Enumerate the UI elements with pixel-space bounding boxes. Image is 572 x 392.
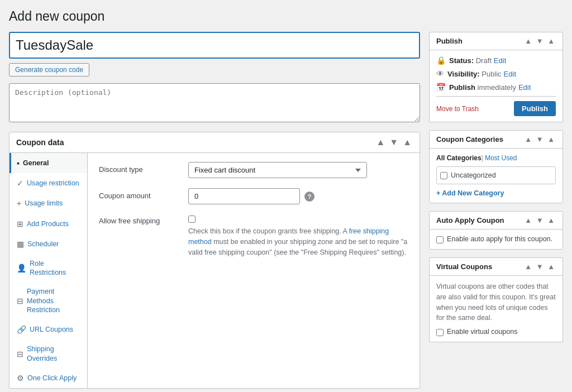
- coupon-data-header[interactable]: Coupon data ▲ ▼ ▲: [9, 132, 420, 153]
- close-icon[interactable]: ▲: [402, 138, 413, 147]
- shipping-overrides-icon: ⊟: [17, 349, 23, 359]
- move-to-trash-link[interactable]: Move to Trash: [436, 105, 479, 113]
- publish-button[interactable]: Publish: [514, 101, 556, 116]
- usage-restriction-icon: ✓: [17, 178, 23, 188]
- discount-type-field: Percentage discount Fixed cart discount …: [188, 162, 408, 178]
- coupon-title-input[interactable]: [9, 32, 420, 59]
- sidebar-item-scheduler[interactable]: ▦ Scheduler: [9, 234, 87, 254]
- sidebar-item-payment-methods-label: Payment Methods Restriction: [27, 287, 82, 314]
- virtual-coupons-body: Virtual coupons are other codes that are…: [430, 276, 563, 342]
- auto-apply-checkbox-row[interactable]: Enable auto apply for this coupon.: [436, 235, 556, 243]
- virtual-coupons-close-icon[interactable]: ▲: [546, 262, 556, 271]
- publish-collapse-up-icon[interactable]: ▲: [523, 37, 533, 45]
- auto-apply-up-icon[interactable]: ▲: [523, 216, 533, 224]
- collapse-down-icon[interactable]: ▼: [388, 138, 399, 147]
- allow-free-shipping-row: Allow free shipping Check this box if th…: [99, 214, 408, 257]
- free-shipping-description: Check this box if the coupon grants free…: [188, 226, 408, 257]
- status-label: Status: DraftEdit: [449, 56, 506, 65]
- status-icon: 🔒: [436, 56, 446, 65]
- publish-box-body: 🔒 Status: DraftEdit 👁 Visibility: Public…: [430, 50, 563, 122]
- category-uncategorized[interactable]: Uncategorized: [440, 170, 552, 180]
- coupon-data-body: ▪ General ✓ Usage restriction + Usage li…: [9, 153, 420, 388]
- usage-limits-icon: +: [17, 198, 21, 208]
- one-click-apply-icon: ⚙: [17, 373, 24, 383]
- virtual-coupons-description: Virtual coupons are other codes that are…: [436, 281, 556, 323]
- tab-most-used[interactable]: Most Used: [482, 154, 517, 162]
- visibility-edit-link[interactable]: Edit: [504, 70, 516, 78]
- virtual-coupons-box: Virtual Coupons ▲ ▼ ▲ Virtual coupons ar…: [429, 257, 563, 342]
- virtual-coupons-up-icon[interactable]: ▲: [523, 262, 533, 271]
- coupon-amount-row: Coupon amount ?: [99, 188, 408, 204]
- role-restrictions-icon: 👤: [17, 263, 26, 273]
- category-uncategorized-checkbox[interactable]: [440, 172, 447, 179]
- categories-up-icon[interactable]: ▲: [523, 135, 533, 144]
- auto-apply-body: Enable auto apply for this coupon.: [430, 230, 563, 249]
- coupon-amount-label: Coupon amount: [99, 188, 188, 200]
- collapse-up-icon[interactable]: ▲: [375, 138, 386, 147]
- publish-when-label: Publish immediatelyEdit: [449, 83, 531, 92]
- sidebar-item-general[interactable]: ▪ General: [9, 153, 87, 173]
- sidebar-item-add-products[interactable]: ⊞ Add Products: [9, 214, 87, 234]
- categories-close-icon[interactable]: ▲: [546, 135, 556, 144]
- coupon-data-title: Coupon data: [16, 138, 64, 147]
- url-coupons-icon: 🔗: [17, 324, 26, 334]
- auto-apply-close-icon[interactable]: ▲: [546, 216, 556, 224]
- sidebar-item-usage-limits[interactable]: + Usage limits: [9, 193, 87, 213]
- sidebar-item-add-products-label: Add Products: [27, 219, 69, 228]
- sidebar-item-url-coupons[interactable]: 🔗 URL Coupons: [9, 319, 87, 340]
- publish-collapse-down-icon[interactable]: ▼: [535, 37, 545, 45]
- visibility-label: Visibility: PublicEdit: [447, 70, 516, 78]
- status-edit-link[interactable]: Edit: [494, 56, 506, 65]
- free-shipping-checkbox[interactable]: [188, 216, 196, 223]
- scheduler-icon: ▦: [17, 239, 24, 249]
- sidebar-item-one-click-apply-label: One Click Apply: [27, 374, 77, 383]
- sidebar-item-one-click-apply[interactable]: ⚙ One Click Apply: [9, 368, 87, 388]
- virtual-coupons-checkbox[interactable]: [436, 329, 444, 336]
- sidebar-item-role-restrictions-label: Role Restrictions: [30, 259, 82, 278]
- allow-free-shipping-field: Check this box if the coupon grants free…: [188, 214, 408, 257]
- meta-box-controls: ▲ ▼ ▲: [375, 138, 413, 147]
- auto-apply-controls: ▲ ▼ ▲: [523, 216, 556, 224]
- sidebar-item-scheduler-label: Scheduler: [27, 240, 59, 248]
- visibility-icon: 👁: [436, 69, 444, 78]
- coupon-amount-input[interactable]: [188, 188, 300, 204]
- virtual-coupons-header[interactable]: Virtual Coupons ▲ ▼ ▲: [430, 258, 563, 276]
- sidebar-item-usage-restriction-label: Usage restriction: [27, 179, 79, 188]
- coupon-categories-header[interactable]: Coupon Categories ▲ ▼ ▲: [430, 131, 563, 149]
- auto-apply-box: Auto Apply Coupon ▲ ▼ ▲ Enable auto appl…: [429, 211, 563, 250]
- virtual-coupons-checkbox-row[interactable]: Enable virtual coupons: [436, 328, 556, 336]
- auto-apply-checkbox[interactable]: [436, 236, 444, 243]
- discount-type-select[interactable]: Percentage discount Fixed cart discount …: [188, 162, 367, 178]
- sidebar-item-shipping-overrides[interactable]: ⊟ Shipping Overrides: [9, 340, 87, 368]
- auto-apply-header[interactable]: Auto Apply Coupon ▲ ▼ ▲: [430, 212, 563, 230]
- auto-apply-down-icon[interactable]: ▼: [535, 216, 545, 224]
- discount-type-label: Discount type: [99, 162, 188, 174]
- free-shipping-method-link[interactable]: free shipping method: [188, 227, 389, 246]
- virtual-coupons-title: Virtual Coupons: [436, 262, 492, 271]
- sidebar-item-role-restrictions[interactable]: 👤 Role Restrictions: [9, 254, 87, 283]
- description-textarea[interactable]: [9, 83, 420, 122]
- calendar-icon: 📅: [436, 83, 446, 92]
- publish-when-edit-link[interactable]: Edit: [518, 83, 531, 92]
- allow-free-shipping-label: Allow free shipping: [99, 214, 188, 225]
- coupon-amount-field: ?: [188, 188, 408, 204]
- sidebar-item-url-coupons-label: URL Coupons: [30, 325, 73, 334]
- category-uncategorized-label: Uncategorized: [451, 171, 496, 179]
- add-new-category-link[interactable]: + Add New Category: [436, 189, 504, 197]
- tab-all-categories[interactable]: All Categories: [436, 154, 482, 162]
- virtual-coupons-down-icon[interactable]: ▼: [535, 262, 545, 271]
- coupon-categories-title: Coupon Categories: [436, 135, 503, 144]
- coupon-categories-box: Coupon Categories ▲ ▼ ▲ All Categories M…: [429, 130, 563, 203]
- publish-when-row: 📅 Publish immediatelyEdit: [436, 83, 556, 92]
- categories-down-icon[interactable]: ▼: [535, 135, 545, 144]
- coupon-amount-help-icon[interactable]: ?: [304, 192, 314, 202]
- coupon-nav: ▪ General ✓ Usage restriction + Usage li…: [9, 153, 88, 388]
- publish-box: Publish ▲ ▼ ▲ 🔒 Status: DraftEdit 👁 Visi…: [429, 32, 563, 122]
- publish-box-header[interactable]: Publish ▲ ▼ ▲: [430, 32, 563, 50]
- left-column: Generate coupon code Coupon data ▲ ▼ ▲ ▪…: [9, 32, 420, 392]
- right-column: Publish ▲ ▼ ▲ 🔒 Status: DraftEdit 👁 Visi…: [429, 32, 563, 350]
- publish-close-icon[interactable]: ▲: [546, 37, 556, 45]
- generate-coupon-code-button[interactable]: Generate coupon code: [9, 63, 89, 77]
- sidebar-item-payment-methods[interactable]: ⊟ Payment Methods Restriction: [9, 282, 87, 319]
- sidebar-item-usage-restriction[interactable]: ✓ Usage restriction: [9, 173, 87, 193]
